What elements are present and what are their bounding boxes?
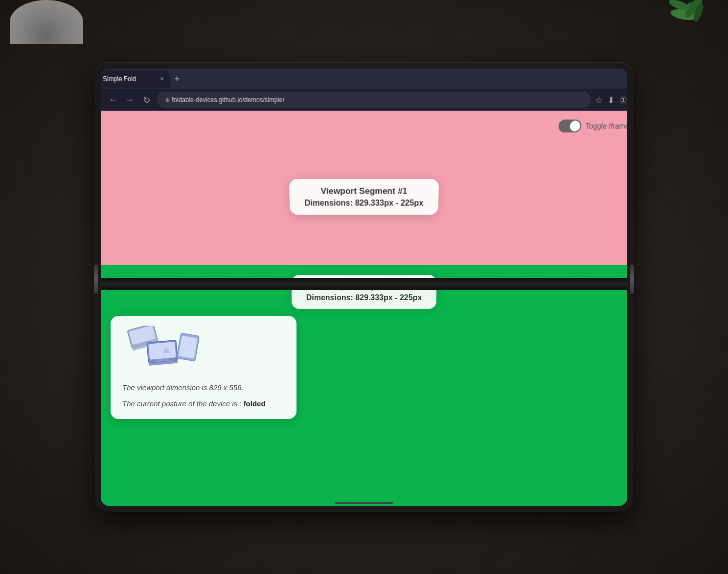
device-screen: 12:45 🔒 🔇 📶 ▐▐▐ 43% 🔋 m [101, 68, 627, 506]
url-bar[interactable]: ⊕ foldable-devices.github.io/demos/simpl… [156, 92, 592, 109]
browser-actions: ☆ ⬇ ① ● [595, 94, 627, 106]
address-bar: ⌂ ← → ↻ ⊕ foldable-devices.github.io/dem… [101, 89, 627, 111]
home-indicator[interactable] [335, 502, 393, 504]
bottom-panel: Viewport Segment #2 Dimensions: 829.333p… [101, 265, 627, 506]
forward-button[interactable]: → [123, 95, 136, 105]
viewport-dimension-text: The viewport dimension is 829 x 556. [122, 382, 285, 394]
url-text: foldable-devices.github.io/demos/simple/ [172, 96, 285, 104]
home-button[interactable]: ⌂ [101, 95, 103, 105]
extensions-icon[interactable]: ① [619, 95, 627, 105]
download-icon[interactable]: ⬇ [607, 95, 615, 105]
posture-value: folded [244, 399, 266, 408]
segment1-title: Viewport Segment #1 [304, 186, 424, 197]
back-button[interactable]: ← [106, 95, 119, 105]
bookmark-icon[interactable]: ☆ [595, 95, 603, 105]
plant-decoration [650, 0, 708, 49]
segment1-card: Viewport Segment #1 Dimensions: 829.333p… [289, 179, 439, 215]
hinge-right [630, 265, 634, 294]
segment2-content: Viewport Segment #2 Dimensions: 829.333p… [101, 265, 627, 506]
device-illustration-svg [122, 326, 210, 375]
reload-button[interactable]: ↻ [140, 95, 153, 105]
segment2-dimensions: Dimensions: 829.333px - 225px [306, 293, 422, 302]
toggle-iframe-label: Toggle Iframe [585, 122, 627, 131]
fold-hinge [101, 278, 627, 290]
device-illustration-area [122, 326, 285, 375]
new-tab-button[interactable]: + [174, 73, 180, 85]
posture-text: The current posture of the device is : f… [122, 398, 285, 410]
active-tab[interactable]: m Simple Fold × [101, 70, 171, 88]
segment1-content: Viewport Segment #1 Dimensions: 829.333p… [101, 111, 627, 278]
segment1-dimensions: Dimensions: 829.333px - 225px [304, 199, 423, 208]
toggle-iframe-area: Toggle Iframe [558, 120, 627, 132]
hinge-left [94, 265, 98, 294]
site-info-icon: ⊕ [165, 96, 170, 104]
svg-rect-9 [148, 342, 176, 360]
tab-bar: m Simple Fold × + [101, 69, 627, 89]
posture-prefix: The current posture of the device is : [122, 399, 244, 408]
toggle-iframe-switch[interactable] [558, 120, 582, 132]
gray-object-decoration [10, 0, 83, 44]
top-panel: 12:45 🔒 🔇 📶 ▐▐▐ 43% 🔋 m [101, 68, 627, 278]
foldable-device: 12:45 🔒 🔇 📶 ▐▐▐ 43% 🔋 m [95, 62, 633, 512]
browser-chrome: 12:45 🔒 🔇 📶 ▐▐▐ 43% 🔋 m [101, 68, 627, 111]
tab-close-button[interactable]: × [160, 75, 164, 83]
info-card: The viewport dimension is 829 x 556. The… [111, 316, 296, 419]
tab-title: Simple Fold [103, 75, 158, 83]
